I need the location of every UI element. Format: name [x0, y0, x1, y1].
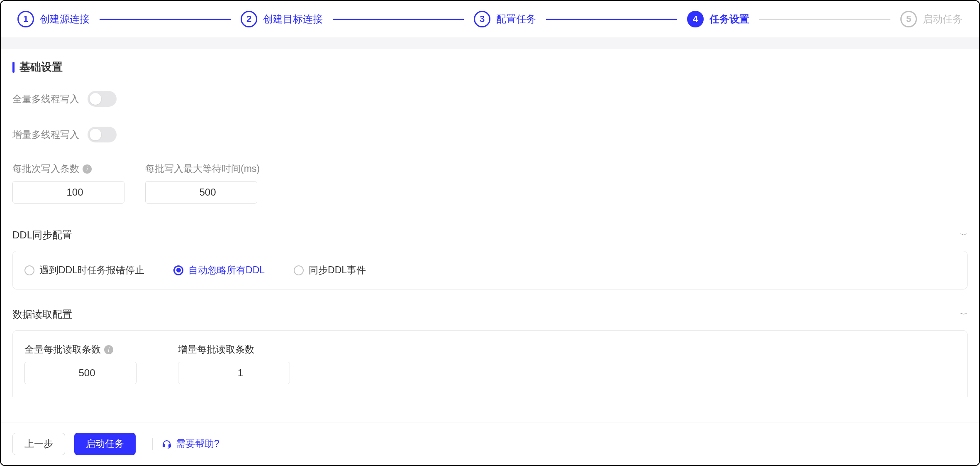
full-read-field[interactable] [25, 362, 137, 384]
batch-count-input: ︿ ﹀ [12, 181, 124, 204]
svg-rect-0 [163, 444, 165, 447]
step-4[interactable]: 4 任务设置 [687, 11, 749, 27]
toggle-knob-icon [90, 129, 101, 140]
ddl-collapse-header[interactable]: DDL同步配置 ﹀ [12, 228, 968, 242]
step-2-label: 创建目标连接 [263, 12, 323, 26]
step-1[interactable]: 1 创建源连接 [17, 11, 90, 27]
ddl-ignore-label: 自动忽略所有DDL [188, 264, 265, 277]
ddl-panel: 遇到DDL时任务报错停止 自动忽略所有DDL 同步DDL事件 [12, 251, 968, 289]
ddl-section-title: DDL同步配置 [12, 228, 72, 242]
content-area: 基础设置 全量多线程写入 增量多线程写入 每批次写入条数 i ︿ ﹀ [1, 49, 979, 414]
radio-icon [24, 265, 34, 275]
batch-inputs-row: 每批次写入条数 i ︿ ﹀ 每批写入最大等待时间(ms) ︿ ﹀ [12, 162, 968, 204]
step-5-label: 启动任务 [923, 12, 963, 26]
batch-wait-group: 每批写入最大等待时间(ms) ︿ ﹀ [145, 162, 260, 204]
toggle-knob-icon [90, 93, 101, 105]
step-5-number: 5 [900, 11, 917, 27]
batch-count-field[interactable] [13, 181, 124, 203]
batch-count-label: 每批次写入条数 [12, 162, 79, 175]
incr-multithread-toggle[interactable] [88, 127, 117, 142]
chevron-down-icon: ﹀ [960, 311, 968, 318]
step-1-number: 1 [17, 11, 34, 27]
full-read-group: 全量每批读取条数 i ︿ ﹀ [24, 343, 137, 384]
help-label: 需要帮助? [176, 437, 219, 450]
full-read-input: ︿ ﹀ [24, 362, 137, 384]
footer-bar: 上一步 启动任务 需要帮助? [1, 422, 979, 465]
step-2[interactable]: 2 创建目标连接 [241, 11, 323, 27]
headset-icon [162, 439, 172, 449]
data-read-section-title: 数据读取配置 [12, 308, 72, 321]
ddl-option-ignore[interactable]: 自动忽略所有DDL [173, 264, 265, 277]
info-icon[interactable]: i [104, 345, 113, 354]
incr-multithread-row: 增量多线程写入 [12, 127, 968, 142]
step-5: 5 启动任务 [900, 11, 963, 27]
ddl-halt-label: 遇到DDL时任务报错停止 [39, 264, 144, 277]
batch-wait-input: ︿ ﹀ [145, 181, 257, 204]
batch-wait-field[interactable] [146, 181, 257, 203]
help-link[interactable]: 需要帮助? [162, 437, 219, 450]
step-line-3 [546, 19, 677, 20]
step-1-label: 创建源连接 [40, 12, 90, 26]
data-read-collapse-header[interactable]: 数据读取配置 ﹀ [12, 308, 968, 321]
step-3[interactable]: 3 配置任务 [474, 11, 536, 27]
step-line-2 [333, 19, 464, 20]
svg-rect-1 [169, 444, 171, 447]
chevron-down-icon: ﹀ [960, 232, 968, 239]
prev-button[interactable]: 上一步 [12, 433, 65, 455]
start-task-button[interactable]: 启动任务 [74, 433, 136, 455]
incr-read-label: 增量每批读取条数 [178, 343, 254, 356]
incr-multithread-label: 增量多线程写入 [12, 128, 79, 141]
step-line-4 [759, 19, 890, 20]
data-read-panel: 全量每批读取条数 i ︿ ﹀ 增量每批读取条数 [12, 330, 968, 397]
info-icon[interactable]: i [83, 164, 92, 174]
radio-icon [173, 265, 183, 275]
radio-icon [294, 265, 304, 275]
step-wizard: 1 创建源连接 2 创建目标连接 3 配置任务 4 任务设置 5 启动任务 [1, 1, 979, 37]
batch-count-group: 每批次写入条数 i ︿ ﹀ [12, 162, 124, 204]
divider [152, 438, 153, 450]
ddl-radio-group: 遇到DDL时任务报错停止 自动忽略所有DDL 同步DDL事件 [24, 264, 956, 277]
full-read-label: 全量每批读取条数 [24, 343, 101, 356]
basic-settings-title: 基础设置 [12, 60, 968, 74]
ddl-sync-label: 同步DDL事件 [309, 264, 366, 277]
spacer [1, 37, 979, 49]
full-multithread-toggle[interactable] [88, 91, 117, 107]
step-3-number: 3 [474, 11, 490, 27]
incr-read-input: ︿ ﹀ [178, 362, 290, 384]
incr-read-group: 增量每批读取条数 ︿ ﹀ [178, 343, 290, 384]
full-multithread-label: 全量多线程写入 [12, 93, 79, 105]
step-2-number: 2 [241, 11, 257, 27]
step-3-label: 配置任务 [496, 12, 536, 26]
batch-wait-label: 每批写入最大等待时间(ms) [145, 162, 260, 175]
incr-read-field[interactable] [178, 362, 290, 384]
full-multithread-row: 全量多线程写入 [12, 91, 968, 107]
step-line-1 [100, 19, 231, 20]
step-4-label: 任务设置 [709, 12, 749, 26]
step-4-number: 4 [687, 11, 704, 27]
ddl-option-sync[interactable]: 同步DDL事件 [294, 264, 366, 277]
ddl-option-halt[interactable]: 遇到DDL时任务报错停止 [24, 264, 144, 277]
